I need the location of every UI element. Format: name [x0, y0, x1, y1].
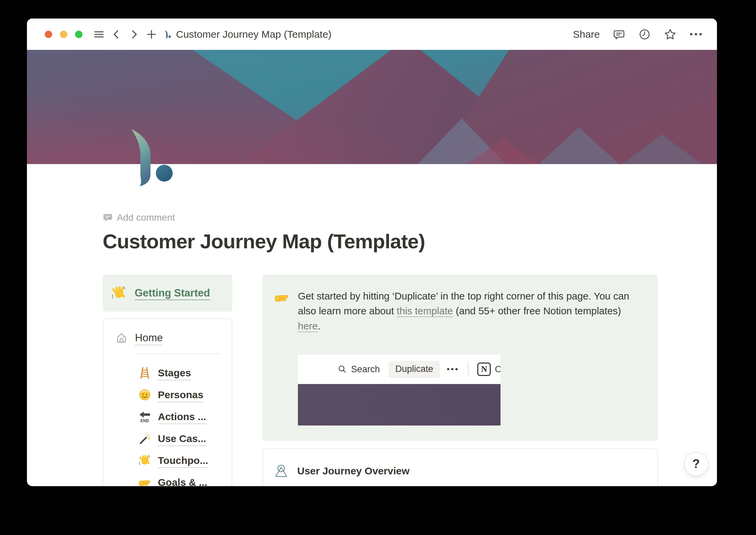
wave-emoji — [111, 285, 127, 301]
screenshot-open-label: Op — [495, 364, 501, 375]
overview-title: User Journey Overview — [297, 465, 410, 477]
window-minimize-button[interactable] — [60, 31, 67, 38]
home-link-row[interactable]: Home — [103, 331, 232, 345]
end-arrow-emoji: END — [138, 410, 151, 423]
page-icon-logo[interactable] — [130, 129, 173, 187]
nav-item-label[interactable]: Touchpo... — [158, 455, 208, 466]
comments-button[interactable] — [613, 28, 625, 41]
share-button[interactable]: Share — [573, 29, 600, 40]
this-template-link[interactable]: this template — [397, 305, 453, 316]
embedded-screenshot[interactable]: Search Duplicate ••• N Op — [298, 355, 501, 426]
right-column: Get started by hitting ‘Duplicate’ in th… — [263, 275, 658, 486]
search-icon — [338, 365, 347, 374]
nav-controls — [93, 28, 158, 41]
point-right-emoji — [138, 476, 151, 486]
app-window: Customer Journey Map (Template) Share — [27, 19, 717, 486]
nav-item-label[interactable]: Use Cas... — [158, 433, 206, 444]
divider — [134, 353, 221, 354]
getting-started-callout[interactable]: Getting Started — [103, 275, 232, 312]
sidebar-menu-button[interactable] — [93, 28, 105, 41]
duplicate-instructions-callout: Get started by hitting ‘Duplicate’ in th… — [263, 275, 658, 441]
getting-started-link[interactable]: Getting Started — [135, 287, 210, 299]
forward-button[interactable] — [128, 28, 140, 41]
plus-icon — [146, 29, 157, 40]
callout-paragraph: Get started by hitting ‘Duplicate’ in th… — [298, 289, 640, 334]
user-journey-overview-card: User Journey Overview Stages — [263, 448, 658, 486]
two-column-layout: Getting Started Home Stages — [103, 275, 658, 486]
here-link[interactable]: here — [298, 320, 318, 332]
chevron-left-icon — [111, 29, 122, 40]
back-button[interactable] — [110, 28, 123, 41]
screenshot-more-icon: ••• — [447, 365, 459, 374]
point-right-emoji — [274, 290, 289, 305]
nav-item-goals[interactable]: Goals & ... — [103, 476, 232, 486]
home-icon — [115, 332, 128, 344]
page-body: Add comment Customer Journey Map (Templa… — [27, 212, 717, 486]
chevron-right-icon — [128, 29, 140, 40]
history-button[interactable] — [638, 28, 651, 41]
doc-logo-icon — [165, 29, 171, 39]
titlebar: Customer Journey Map (Template) Share — [27, 19, 717, 50]
clock-icon — [639, 28, 651, 40]
window-close-button[interactable] — [45, 31, 52, 38]
breadcrumb[interactable]: Customer Journey Map (Template) — [165, 29, 332, 40]
wave-emoji — [138, 454, 151, 467]
nav-item-use-cases[interactable]: Use Cas... — [103, 432, 232, 445]
overview-header[interactable]: User Journey Overview — [263, 464, 646, 478]
star-icon — [664, 28, 677, 41]
new-tab-button[interactable] — [145, 28, 158, 41]
nav-item-label[interactable]: Personas — [158, 389, 203, 401]
window-zoom-button[interactable] — [75, 31, 82, 38]
favorite-button[interactable] — [664, 28, 677, 41]
callout-text-part: . — [318, 320, 320, 332]
navigation-card: Home Stages Personas — [103, 318, 232, 486]
comment-icon — [613, 28, 625, 40]
nav-item-label[interactable]: Goals & ... — [158, 477, 207, 486]
nav-item-stages[interactable]: Stages — [103, 366, 232, 380]
help-button[interactable]: ? — [684, 452, 708, 476]
page-title[interactable]: Customer Journey Map (Template) — [103, 230, 658, 253]
hamburger-icon — [93, 29, 105, 40]
smiley-emoji — [138, 388, 151, 401]
ladder-emoji — [138, 367, 151, 379]
screenshot-divider — [468, 363, 469, 376]
left-column: Getting Started Home Stages — [103, 275, 232, 486]
nav-item-label[interactable]: Actions ... — [158, 411, 206, 422]
more-options-button[interactable] — [689, 28, 702, 41]
nav-item-actions[interactable]: END Actions ... — [103, 410, 232, 423]
titlebar-actions: Share — [573, 28, 702, 41]
person-triangle-icon — [274, 464, 288, 478]
screenshot-purple-banner — [298, 384, 501, 426]
nav-item-personas[interactable]: Personas — [103, 388, 232, 402]
screenshot-search-label: Search — [351, 364, 380, 375]
add-comment-button[interactable]: Add comment — [103, 212, 658, 223]
screenshot-search: Search — [338, 364, 380, 375]
magic-wand-emoji — [138, 432, 151, 445]
screenshot-topbar: Search Duplicate ••• N Op — [298, 355, 501, 384]
add-comment-label: Add comment — [117, 212, 175, 223]
notion-logo-icon: N — [477, 363, 491, 376]
svg-text:END: END — [140, 418, 149, 423]
screenshot-duplicate-button: Duplicate — [389, 361, 440, 378]
home-link[interactable]: Home — [135, 332, 163, 344]
comment-bubble-icon — [103, 213, 113, 223]
nav-item-touchpoints[interactable]: Touchpo... — [103, 454, 232, 467]
callout-text-part: (and 55+ other free Notion templates) — [453, 305, 621, 316]
document-title: Customer Journey Map (Template) — [176, 29, 332, 40]
nav-item-label[interactable]: Stages — [158, 367, 191, 379]
window-controls — [45, 31, 82, 38]
